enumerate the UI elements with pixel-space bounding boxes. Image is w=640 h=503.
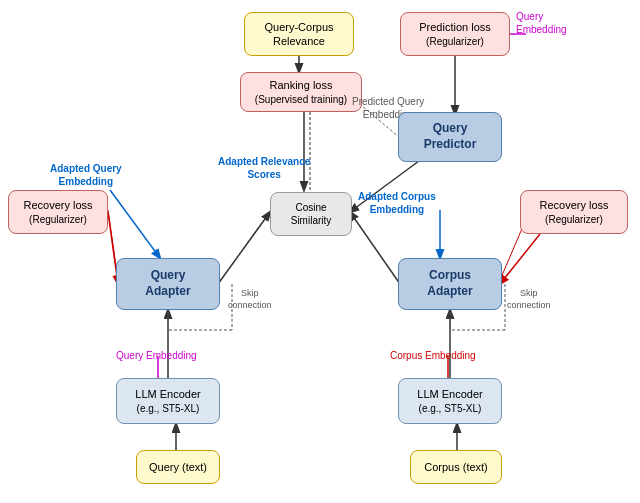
ranking-loss-box: Ranking loss(Supervised training) <box>240 72 362 112</box>
query-corpus-relevance-box: Query-CorpusRelevance <box>244 12 354 56</box>
corpus-text-box: Corpus (text) <box>410 450 502 484</box>
query-adapter-box: QueryAdapter <box>116 258 220 310</box>
llm-encoder-corpus-label: LLM Encoder(e.g., ST5-XL) <box>417 387 482 416</box>
query-text-box: Query (text) <box>136 450 220 484</box>
recovery-loss-right-label: Recovery loss(Regularizer) <box>539 198 608 227</box>
query-embedding-top-label: QueryEmbedding <box>516 10 567 36</box>
llm-encoder-query-label: LLM Encoder(e.g., ST5-XL) <box>135 387 200 416</box>
query-predictor-label: QueryPredictor <box>424 121 477 152</box>
svg-line-5 <box>350 212 400 284</box>
skip-connection-right-label: Skipconnection <box>507 288 551 311</box>
llm-encoder-query-box: LLM Encoder(e.g., ST5-XL) <box>116 378 220 424</box>
prediction-loss-label: Prediction loss(Regularizer) <box>419 20 491 49</box>
query-predictor-box: QueryPredictor <box>398 112 502 162</box>
svg-line-24 <box>110 190 160 258</box>
cosine-similarity-label: CosineSimilarity <box>291 201 332 227</box>
corpus-embedding-bottom-label: Corpus Embedding <box>390 350 476 361</box>
prediction-loss-box: Prediction loss(Regularizer) <box>400 12 510 56</box>
query-corpus-relevance-label: Query-CorpusRelevance <box>264 20 333 49</box>
skip-connection-left-label: Skipconnection <box>228 288 272 311</box>
recovery-loss-left-label: Recovery loss(Regularizer) <box>23 198 92 227</box>
corpus-text-label: Corpus (text) <box>424 460 488 474</box>
adapted-corpus-embedding-label: Adapted CorpusEmbedding <box>358 190 436 216</box>
recovery-loss-right-box: Recovery loss(Regularizer) <box>520 190 628 234</box>
query-adapter-label: QueryAdapter <box>145 268 190 299</box>
svg-line-12 <box>500 234 540 284</box>
diagram: Query-CorpusRelevance Prediction loss(Re… <box>0 0 640 503</box>
svg-line-4 <box>218 212 270 284</box>
query-embedding-bottom-label: Query Embedding <box>116 350 197 361</box>
corpus-adapter-box: CorpusAdapter <box>398 258 502 310</box>
adapted-relevance-scores-label: Adapted RelevanceScores <box>218 155 310 181</box>
llm-encoder-corpus-box: LLM Encoder(e.g., ST5-XL) <box>398 378 502 424</box>
cosine-similarity-box: CosineSimilarity <box>270 192 352 236</box>
ranking-loss-label: Ranking loss(Supervised training) <box>255 78 347 107</box>
adapted-query-embedding-label: Adapted QueryEmbedding <box>50 162 122 188</box>
recovery-loss-left-box: Recovery loss(Regularizer) <box>8 190 108 234</box>
query-text-label: Query (text) <box>149 460 207 474</box>
corpus-adapter-label: CorpusAdapter <box>427 268 472 299</box>
